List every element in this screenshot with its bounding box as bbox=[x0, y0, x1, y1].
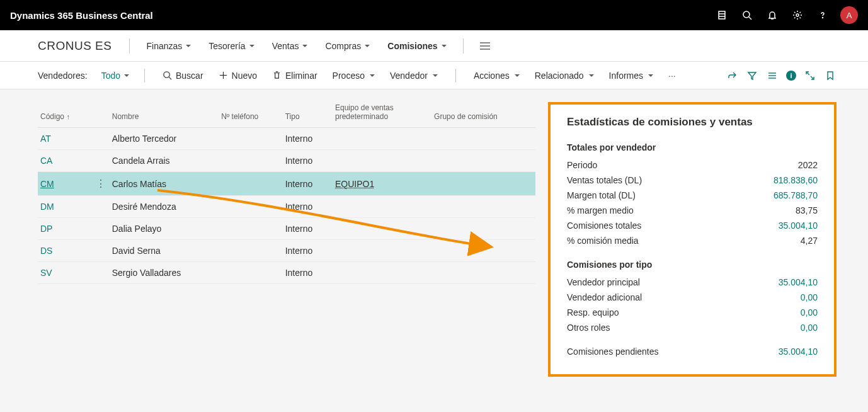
cell-team bbox=[335, 218, 434, 240]
list-view-icon[interactable] bbox=[766, 69, 779, 82]
new-button[interactable]: Nuevo bbox=[212, 62, 263, 89]
app-title: Dynamics 365 Business Central bbox=[10, 10, 153, 21]
table-row[interactable]: DSDavid SernaInterno bbox=[38, 240, 535, 262]
svg-line-4 bbox=[749, 17, 751, 20]
factbox-toggle-icon[interactable]: i bbox=[786, 71, 796, 81]
value-total-margin[interactable]: 685.788,70 bbox=[774, 190, 818, 200]
col-code[interactable]: Código ↑ bbox=[38, 98, 94, 128]
col-group[interactable]: Grupo de comisión bbox=[434, 98, 535, 128]
settings-icon[interactable] bbox=[785, 0, 810, 30]
code-link[interactable]: DS bbox=[40, 246, 52, 256]
code-link[interactable]: CA bbox=[40, 156, 52, 166]
search-button[interactable]: Buscar bbox=[156, 62, 210, 89]
table-row[interactable]: DMDesiré MendozaInterno bbox=[38, 196, 535, 218]
detach-icon[interactable] bbox=[804, 69, 816, 82]
value-total-comm[interactable]: 35.004,10 bbox=[779, 220, 818, 231]
nav-comisiones[interactable]: Comisiones bbox=[379, 30, 455, 62]
share-icon[interactable] bbox=[726, 69, 738, 82]
row-menu-icon[interactable]: ⋮ bbox=[94, 172, 112, 196]
actions-menu[interactable]: Acciones bbox=[467, 62, 526, 89]
table-row[interactable]: SVSergio ValladaresInterno bbox=[38, 262, 535, 284]
cell-phone bbox=[221, 240, 285, 262]
label-period: Periodo bbox=[567, 160, 597, 170]
main-nav: CRONUS ES Finanzas Tesorería Ventas Comp… bbox=[0, 30, 868, 62]
svg-point-3 bbox=[743, 11, 750, 18]
label-avg-margin: % margen medio bbox=[567, 205, 634, 215]
value-team-resp[interactable]: 0,00 bbox=[801, 307, 818, 318]
notifications-icon[interactable] bbox=[760, 0, 785, 30]
salesperson-table: Código ↑ Nombre Nº teléfono Tipo Equipo … bbox=[38, 89, 535, 377]
divider bbox=[129, 38, 130, 54]
svg-point-11 bbox=[164, 72, 169, 77]
bookmark-icon[interactable] bbox=[824, 69, 837, 82]
chevron-down-icon bbox=[365, 45, 370, 47]
value-add-seller[interactable]: 0,00 bbox=[801, 292, 818, 302]
help-icon[interactable] bbox=[810, 0, 835, 30]
chevron-down-icon bbox=[589, 74, 594, 77]
view-filter[interactable]: Todo bbox=[98, 71, 133, 81]
environment-icon[interactable] bbox=[709, 0, 734, 30]
nav-ventas[interactable]: Ventas bbox=[263, 30, 317, 62]
filter-icon[interactable] bbox=[746, 69, 758, 82]
row-menu-icon[interactable] bbox=[94, 196, 112, 218]
factbox-title: Estadísticas de comisiones y ventas bbox=[567, 116, 818, 129]
code-link[interactable]: AT bbox=[40, 134, 51, 144]
row-menu-icon[interactable] bbox=[94, 150, 112, 172]
chevron-down-icon bbox=[433, 74, 438, 77]
company-name[interactable]: CRONUS ES bbox=[38, 39, 111, 53]
chevron-down-icon bbox=[515, 74, 520, 77]
value-total-sales[interactable]: 818.838,60 bbox=[774, 175, 818, 185]
chevron-down-icon bbox=[124, 74, 129, 77]
table-row[interactable]: CM⋮Carlos MatíasInternoEQUIPO1 bbox=[38, 172, 535, 196]
row-menu-icon[interactable] bbox=[94, 218, 112, 240]
process-menu[interactable]: Proceso bbox=[326, 62, 381, 89]
value-period: 2022 bbox=[798, 160, 818, 170]
table-row[interactable]: DPDalia PelayoInterno bbox=[38, 218, 535, 240]
cell-name: Alberto Tercedor bbox=[112, 128, 221, 150]
label-total-sales: Ventas totales (DL) bbox=[567, 175, 642, 185]
value-other-roles[interactable]: 0,00 bbox=[801, 323, 818, 333]
cell-type: Interno bbox=[285, 150, 335, 172]
code-link[interactable]: DM bbox=[40, 202, 54, 212]
col-team[interactable]: Equipo de ventas predeterminado bbox=[335, 98, 434, 128]
col-type[interactable]: Tipo bbox=[285, 98, 335, 128]
nav-finanzas[interactable]: Finanzas bbox=[137, 30, 200, 62]
cell-type: Interno bbox=[285, 172, 335, 196]
row-menu-icon[interactable] bbox=[94, 240, 112, 262]
table-row[interactable]: CACandela ArraisInterno bbox=[38, 150, 535, 172]
row-menu-icon[interactable] bbox=[94, 128, 112, 150]
col-phone[interactable]: Nº teléfono bbox=[221, 98, 285, 128]
user-avatar[interactable]: A bbox=[840, 6, 858, 24]
label-total-comm: Comisiones totales bbox=[567, 220, 641, 231]
cell-name: Desiré Mendoza bbox=[112, 196, 221, 218]
code-link[interactable]: SV bbox=[40, 268, 52, 278]
code-link[interactable]: CM bbox=[40, 179, 54, 189]
cell-team bbox=[335, 262, 434, 284]
cell-name: Carlos Matías bbox=[112, 172, 221, 196]
cell-team bbox=[335, 196, 434, 218]
delete-button[interactable]: Eliminar bbox=[266, 62, 324, 89]
col-name[interactable]: Nombre bbox=[112, 98, 221, 128]
more-options[interactable]: ··· bbox=[662, 62, 682, 89]
vendor-menu[interactable]: Vendedor bbox=[384, 62, 444, 89]
value-pending[interactable]: 35.004,10 bbox=[779, 346, 818, 357]
cell-phone bbox=[221, 150, 285, 172]
nav-tesoreria[interactable]: Tesorería bbox=[200, 30, 263, 62]
sort-ascending-icon: ↑ bbox=[66, 113, 70, 120]
value-main-seller[interactable]: 35.004,10 bbox=[779, 277, 818, 287]
cell-team[interactable]: EQUIPO1 bbox=[335, 172, 434, 196]
reports-menu[interactable]: Informes bbox=[603, 62, 660, 89]
factbox-section-types: Comisiones por tipo bbox=[567, 260, 818, 270]
page-toolbar: Vendedores: Todo Buscar Nuevo Eliminar P… bbox=[0, 62, 868, 89]
table-row[interactable]: ATAlberto TercedorInterno bbox=[38, 128, 535, 150]
nav-compras[interactable]: Compras bbox=[316, 30, 379, 62]
row-menu-icon[interactable] bbox=[94, 262, 112, 284]
related-menu[interactable]: Relacionado bbox=[528, 62, 600, 89]
nav-menu-icon[interactable] bbox=[471, 30, 499, 62]
cell-team bbox=[335, 240, 434, 262]
code-link[interactable]: DP bbox=[40, 224, 52, 234]
label-other-roles: Otros roles bbox=[567, 323, 610, 333]
label-team-resp: Resp. equipo bbox=[567, 307, 619, 318]
search-icon[interactable] bbox=[734, 0, 760, 30]
cell-phone bbox=[221, 196, 285, 218]
